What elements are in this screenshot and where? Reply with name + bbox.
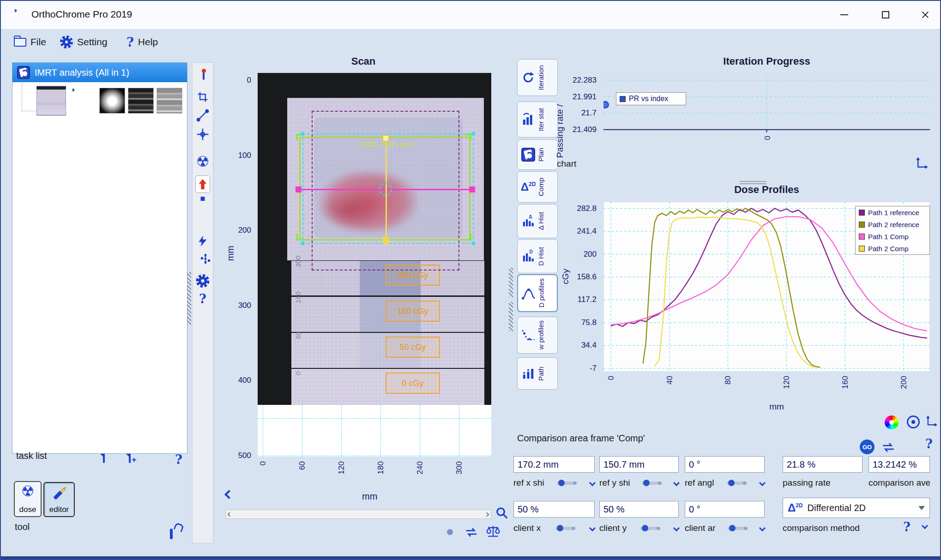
target-icon[interactable] bbox=[907, 415, 920, 428]
line-tool-icon[interactable] bbox=[196, 109, 209, 124]
window-minimize-button[interactable] bbox=[830, 4, 858, 26]
color-wheel-icon[interactable] bbox=[885, 415, 899, 429]
editor-tool-button[interactable]: editor bbox=[43, 482, 75, 517]
crosshair-tool-icon[interactable] bbox=[196, 127, 210, 143]
ref-angle-slider[interactable] bbox=[727, 482, 747, 485]
scroll-left-icon[interactable] bbox=[228, 512, 232, 517]
splitter-grip[interactable] bbox=[509, 302, 513, 331]
toolbar-gear-icon[interactable] bbox=[196, 274, 210, 288]
axis-tick-label: 60 bbox=[298, 461, 307, 470]
axis-tick-label: 0 bbox=[229, 76, 251, 85]
dose-tool-button[interactable]: dose bbox=[14, 481, 42, 517]
tab-path[interactable]: Path bbox=[517, 357, 558, 390]
slider-knob[interactable] bbox=[558, 480, 565, 486]
chevron-down-icon[interactable] bbox=[759, 480, 766, 486]
ref-x-shift-field[interactable] bbox=[513, 456, 595, 473]
roi-handle[interactable] bbox=[472, 132, 475, 135]
tab-d-profiles[interactable]: D profiles bbox=[517, 274, 558, 312]
thumbnail-dose-blob[interactable] bbox=[99, 88, 125, 114]
strip-roi-box[interactable]: 50 cGy bbox=[386, 337, 440, 358]
go-button[interactable]: GO bbox=[860, 440, 875, 454]
slider-knob[interactable] bbox=[729, 525, 736, 531]
profile-line-handle[interactable] bbox=[469, 187, 475, 193]
plan-icon bbox=[519, 148, 537, 162]
toolbar-help-icon[interactable] bbox=[199, 292, 206, 306]
splitter-grip[interactable] bbox=[509, 268, 513, 297]
ref-x-shift-slider[interactable] bbox=[557, 482, 577, 485]
zoom-tool-icon[interactable] bbox=[495, 506, 509, 522]
slider-knob[interactable] bbox=[643, 480, 650, 486]
axes-corner-icon[interactable] bbox=[915, 156, 929, 172]
client-angle-field[interactable] bbox=[685, 501, 765, 518]
roi-handle[interactable] bbox=[301, 242, 304, 245]
chevron-down-icon[interactable] bbox=[922, 523, 928, 529]
transform-tool-icon[interactable] bbox=[196, 90, 209, 105]
comparison-help-icon[interactable] bbox=[925, 437, 933, 451]
red-arrow-tool-icon[interactable] bbox=[195, 175, 210, 193]
slider-knob[interactable] bbox=[728, 480, 735, 486]
client-x-slider[interactable] bbox=[555, 527, 576, 530]
radiation-tool-icon[interactable] bbox=[196, 154, 210, 169]
thumbnail-app-logo[interactable] bbox=[71, 88, 97, 114]
menu-setting[interactable]: Setting bbox=[60, 33, 107, 51]
slider-knob[interactable] bbox=[557, 525, 563, 531]
tab-w-profiles[interactable]: w profiles bbox=[517, 317, 558, 354]
small-square-icon[interactable] bbox=[201, 197, 205, 201]
ref-y-shift-field[interactable] bbox=[599, 456, 679, 473]
splitter-grip[interactable] bbox=[187, 272, 191, 325]
str-roi-box[interactable]: 0 cGy bbox=[386, 373, 440, 394]
client-x-field[interactable] bbox=[513, 501, 595, 518]
chevron-down-icon[interactable] bbox=[589, 525, 596, 531]
thumbnail-strips-dark[interactable] bbox=[128, 88, 154, 114]
comparison-method-dropdown[interactable]: Differential 2D bbox=[783, 498, 930, 518]
passing-rate-field[interactable] bbox=[783, 456, 863, 473]
sync-arrows-icon[interactable] bbox=[464, 526, 478, 540]
tab-iter-stat[interactable]: Iter stat bbox=[517, 102, 558, 138]
menu-file[interactable]: File bbox=[14, 33, 46, 51]
selection-tool-icon[interactable] bbox=[203, 70, 205, 80]
lightning-tool-icon[interactable] bbox=[197, 235, 209, 249]
window-maximize-button[interactable] bbox=[872, 4, 899, 26]
dashed-region-tool-icon[interactable] bbox=[205, 254, 206, 264]
thumbnail-strips-light[interactable] bbox=[157, 88, 182, 114]
task-item-selected[interactable]: IMRT analysis (All in 1) bbox=[12, 63, 187, 82]
slider-knob[interactable] bbox=[642, 525, 648, 531]
center-marker[interactable] bbox=[379, 183, 392, 196]
window-close-button[interactable] bbox=[911, 4, 939, 26]
method-help-icon[interactable] bbox=[903, 520, 911, 534]
strip-roi-box[interactable]: 160 cGy bbox=[386, 301, 440, 322]
tab-comp[interactable]: Comp bbox=[517, 171, 558, 203]
ref-y-shift-slider[interactable] bbox=[642, 482, 662, 485]
tab-plan[interactable]: Plan bbox=[517, 139, 558, 170]
thumbnail-film-scan[interactable] bbox=[36, 86, 66, 115]
tab-iteration[interactable]: Iteration bbox=[517, 59, 558, 96]
client-y-field[interactable] bbox=[599, 501, 679, 518]
scan-horizontal-scrollbar[interactable] bbox=[225, 510, 491, 519]
task-help-icon[interactable] bbox=[175, 452, 182, 467]
pan-left-chevron-icon[interactable] bbox=[224, 490, 234, 499]
folder-icon bbox=[14, 38, 26, 47]
roi-handle[interactable] bbox=[301, 132, 304, 135]
add-document-icon[interactable] bbox=[129, 453, 131, 463]
scan-viewport[interactable]: 300 300 cGy 160 160 cGy 50 50 cGy 0 0 cG… bbox=[258, 73, 491, 457]
chevron-down-icon[interactable] bbox=[589, 480, 596, 486]
document-icon[interactable] bbox=[103, 453, 105, 463]
sync-arrows-icon[interactable] bbox=[881, 441, 896, 455]
tab-d-hist[interactable]: D D Hist bbox=[517, 239, 558, 273]
chevron-down-icon[interactable] bbox=[673, 525, 680, 531]
ref-angle-field[interactable] bbox=[685, 456, 765, 473]
profile-line-handle[interactable] bbox=[296, 187, 302, 193]
unlock-icon[interactable] bbox=[170, 529, 173, 539]
client-angle-slider[interactable] bbox=[728, 527, 748, 530]
roi-handle[interactable] bbox=[472, 242, 475, 245]
chevron-down-icon[interactable] bbox=[673, 480, 680, 486]
scroll-right-icon[interactable] bbox=[485, 512, 489, 517]
profile-line-handle[interactable] bbox=[383, 237, 389, 244]
axes-corner-icon[interactable] bbox=[925, 415, 938, 429]
tab-delta-hist[interactable]: Δ Δ Hist bbox=[517, 204, 558, 238]
balance-scale-icon[interactable] bbox=[486, 524, 501, 540]
comparison-average-field[interactable] bbox=[869, 456, 930, 473]
chevron-down-icon[interactable] bbox=[759, 525, 766, 531]
client-y-slider[interactable] bbox=[640, 527, 661, 530]
menu-help[interactable]: Help bbox=[127, 33, 158, 51]
